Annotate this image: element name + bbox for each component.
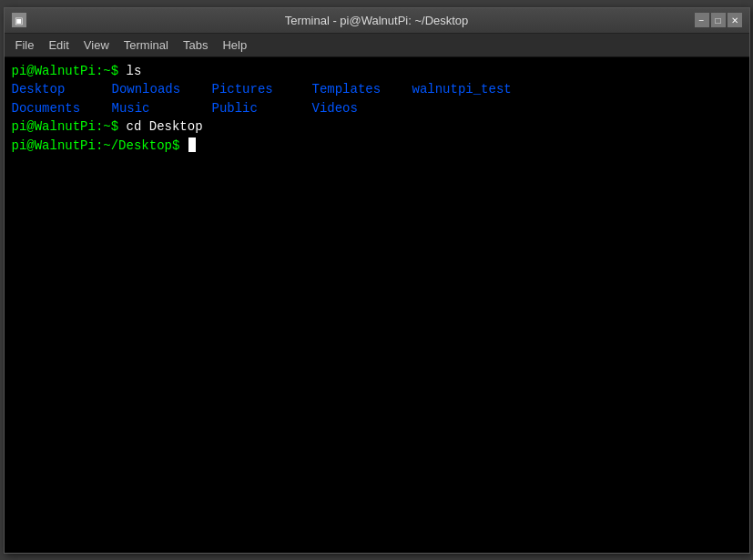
terminal-ls-row1: Desktop Downloads Pictures Templates wal… xyxy=(12,81,742,99)
terminal-line-1: pi@WalnutPi:~$ ls xyxy=(12,63,742,81)
menu-file[interactable]: File xyxy=(8,36,42,55)
terminal-window: ▣ Terminal - pi@WalnutPi: ~/Desktop − □ … xyxy=(4,7,750,554)
ls-music: Music xyxy=(112,100,212,118)
menu-help[interactable]: Help xyxy=(215,36,254,55)
titlebar-left: ▣ xyxy=(12,13,26,27)
ls-walnutpi-test: walnutpi_test xyxy=(412,81,513,99)
terminal-cursor xyxy=(188,137,196,152)
titlebar: ▣ Terminal - pi@WalnutPi: ~/Desktop − □ … xyxy=(5,8,749,34)
ls-desktop: Desktop xyxy=(12,81,112,99)
terminal-body[interactable]: pi@WalnutPi:~$ ls Desktop Downloads Pict… xyxy=(5,57,749,553)
close-button[interactable]: ✕ xyxy=(728,13,742,27)
command-1: ls xyxy=(127,63,142,81)
menu-terminal[interactable]: Terminal xyxy=(117,36,176,55)
maximize-button[interactable]: □ xyxy=(711,13,726,27)
ls-templates: Templates xyxy=(312,81,412,99)
ls-downloads: Downloads xyxy=(112,81,212,99)
menu-tabs[interactable]: Tabs xyxy=(176,36,215,55)
prompt-2: pi@WalnutPi:~$ xyxy=(12,118,127,137)
window-icon: ▣ xyxy=(12,13,26,27)
ls-videos: Videos xyxy=(312,100,412,118)
menu-view[interactable]: View xyxy=(76,36,117,55)
terminal-line-2: pi@WalnutPi:~$ cd Desktop xyxy=(12,118,742,137)
prompt-1: pi@WalnutPi:~$ xyxy=(12,63,127,81)
terminal-line-3: pi@WalnutPi:~/Desktop$ xyxy=(12,137,742,156)
ls-public: Public xyxy=(212,100,312,118)
titlebar-controls: − □ ✕ xyxy=(695,13,742,27)
menu-edit[interactable]: Edit xyxy=(41,36,76,55)
command-2: cd Desktop xyxy=(127,118,203,137)
ls-documents: Documents xyxy=(12,100,112,118)
minimize-button[interactable]: − xyxy=(695,13,709,27)
ls-pictures: Pictures xyxy=(212,81,312,99)
window-title: Terminal - pi@WalnutPi: ~/Desktop xyxy=(285,14,469,27)
prompt-3: pi@WalnutPi:~/Desktop$ xyxy=(12,137,188,156)
menubar: File Edit View Terminal Tabs Help xyxy=(5,34,749,57)
terminal-ls-row2: Documents Music Public Videos xyxy=(12,100,742,118)
